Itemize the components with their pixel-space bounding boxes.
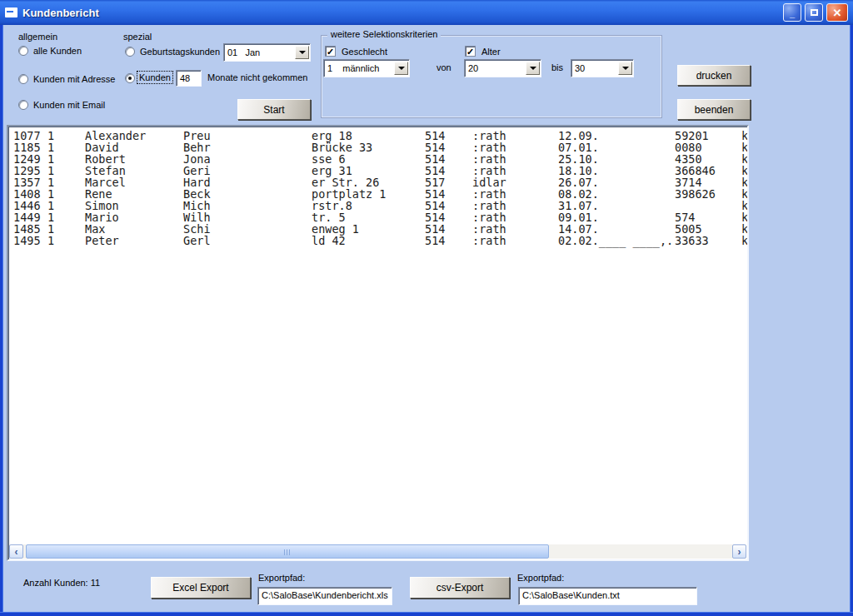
- list-cell: Gerl: [183, 234, 211, 247]
- check-icon: ✓: [466, 47, 474, 57]
- customer-list-rows: 10771AlexanderPreuerg 18514:rath12.09.59…: [8, 129, 747, 543]
- window-border-bottom: [0, 612, 853, 616]
- minimize-button[interactable]: _: [783, 3, 801, 22]
- excel-exportpfad-input[interactable]: C:\SaloBase\Kundenbericht.xls: [257, 587, 392, 605]
- list-cell: :rath: [472, 234, 506, 247]
- scroll-left-icon: ‹: [15, 547, 18, 557]
- geschlecht-value: 1 männlich: [324, 63, 394, 73]
- list-cell: Peter: [85, 234, 119, 247]
- alter-checkbox-label[interactable]: Alter: [481, 47, 501, 57]
- list-item[interactable]: 10771AlexanderPreuerg 18514:rath12.09.59…: [8, 129, 747, 141]
- scroll-left-button[interactable]: ‹: [9, 544, 23, 559]
- check-icon: ✓: [327, 47, 334, 57]
- close-button[interactable]: ✕: [826, 3, 848, 22]
- radio-alle-kunden-label[interactable]: alle Kunden: [33, 46, 82, 56]
- scroll-right-icon: ›: [738, 547, 741, 557]
- alter-von-dropdown-button[interactable]: [526, 62, 540, 75]
- alter-checkbox[interactable]: ✓: [465, 46, 476, 57]
- csv-exportpfad-label: Exportpfad:: [517, 573, 564, 583]
- list-item[interactable]: 14491MarioWilhtr. 5514:rath09.01.574k: [8, 211, 747, 222]
- list-cell: k: [741, 234, 747, 247]
- minimize-icon: _: [790, 9, 795, 18]
- selektionskriterien-title: weitere Selektionskriterien: [327, 29, 441, 39]
- list-item[interactable]: 13571MarcelHarder Str. 26517idlar26.07.3…: [8, 176, 747, 187]
- alter-bis-value: 30: [571, 63, 618, 73]
- geschlecht-checkbox-label[interactable]: Geschlecht: [342, 47, 387, 57]
- radio-kunden-mit-adresse-label[interactable]: Kunden mit Adresse: [33, 74, 115, 84]
- radio-kunden-inaktiv[interactable]: [125, 73, 135, 83]
- chevron-down-icon: [530, 67, 536, 70]
- maximize-icon: [811, 9, 818, 16]
- list-item[interactable]: 14851MaxSchienweg 1514:rath14.07.5005k: [8, 222, 747, 234]
- list-item[interactable]: 12951StefanGerierg 31514:rath18.10.36684…: [8, 164, 747, 176]
- maximize-button[interactable]: [805, 3, 823, 22]
- spezial-heading: spezial: [123, 32, 152, 42]
- chevron-down-icon: [299, 51, 306, 54]
- birthday-month-dropdown-button[interactable]: [295, 46, 309, 59]
- beenden-button[interactable]: beenden: [677, 99, 751, 120]
- app-form-icon: [5, 7, 17, 17]
- radio-geburtstagskunden-label[interactable]: Geburtstagskunden: [140, 47, 220, 57]
- list-item[interactable]: 14081ReneBeckportplatz 1514:rath08.02.39…: [8, 187, 747, 199]
- von-label: von: [436, 62, 451, 72]
- drucken-button[interactable]: drucken: [677, 65, 751, 86]
- radio-kunden-inaktiv-label[interactable]: Kunden: [137, 72, 172, 83]
- allgemein-heading: allgemein: [18, 32, 57, 42]
- radio-geburtstagskunden[interactable]: [125, 47, 135, 57]
- chevron-down-icon: [622, 67, 629, 70]
- close-icon: ✕: [833, 7, 842, 18]
- geschlecht-checkbox[interactable]: ✓: [325, 46, 336, 57]
- excel-exportpfad-label: Exportpfad:: [258, 573, 305, 583]
- list-cell: 33633: [675, 234, 709, 247]
- geschlecht-dropdown-button[interactable]: [394, 62, 408, 75]
- alter-von-select[interactable]: 20: [464, 59, 541, 77]
- birthday-month-value: 01 Jan: [224, 47, 295, 57]
- radio-kunden-mit-email-label[interactable]: Kunden mit Email: [33, 100, 105, 110]
- alter-bis-select[interactable]: 30: [571, 59, 634, 77]
- customer-listbox[interactable]: 10771AlexanderPreuerg 18514:rath12.09.59…: [7, 125, 749, 561]
- start-button[interactable]: Start: [237, 99, 311, 120]
- list-item[interactable]: 12491RobertJonasse 6514:rath25.10.4350k: [8, 152, 747, 164]
- scroll-right-button[interactable]: ›: [732, 544, 746, 559]
- list-cell: 1: [47, 234, 54, 247]
- list-cell: 1495: [13, 234, 41, 247]
- horizontal-scrollbar[interactable]: ‹ ›: [9, 544, 746, 559]
- bis-label: bis: [551, 62, 563, 72]
- anzahl-kunden-label: Anzahl Kunden: 11: [23, 578, 100, 588]
- csv-exportpfad-input[interactable]: C:\SaloBase\Kunden.txt: [518, 587, 697, 605]
- radio-kunden-mit-email[interactable]: [18, 100, 28, 110]
- list-item[interactable]: 14461SimonMichrstr.8514:rath31.07.k: [8, 199, 747, 211]
- list-item[interactable]: 14951PeterGerlld 42514:rath02.02.____ __…: [8, 234, 747, 246]
- excel-export-button[interactable]: Excel Export: [151, 577, 251, 599]
- window-border-left: [0, 25, 3, 616]
- geschlecht-select[interactable]: 1 männlich: [323, 59, 410, 77]
- csv-export-button[interactable]: csv-Export: [410, 577, 510, 599]
- list-item[interactable]: 11851DavidBehrBrücke 33514:rath07.01.008…: [8, 141, 747, 152]
- chevron-down-icon: [398, 67, 405, 70]
- alter-von-value: 20: [465, 63, 526, 73]
- radio-alle-kunden[interactable]: [18, 46, 28, 56]
- list-cell: ld 42: [312, 234, 346, 247]
- months-suffix-label: Monate nicht gekommen: [207, 72, 307, 82]
- list-cell: 514: [425, 234, 445, 247]
- radio-kunden-mit-adresse[interactable]: [18, 74, 28, 84]
- window-title: Kundenbericht: [22, 7, 99, 19]
- alter-bis-dropdown-button[interactable]: [618, 62, 632, 75]
- months-input[interactable]: 48: [176, 70, 202, 87]
- kundenbericht-window: Kundenbericht _ ✕ allgemein alle Kunden …: [0, 0, 853, 616]
- birthday-month-select[interactable]: 01 Jan: [223, 43, 311, 62]
- scrollbar-thumb[interactable]: [26, 544, 549, 559]
- window-border-right: [850, 25, 853, 616]
- titlebar: Kundenbericht _ ✕: [0, 0, 853, 25]
- list-cell: 02.02.____ ____,.: [558, 234, 673, 247]
